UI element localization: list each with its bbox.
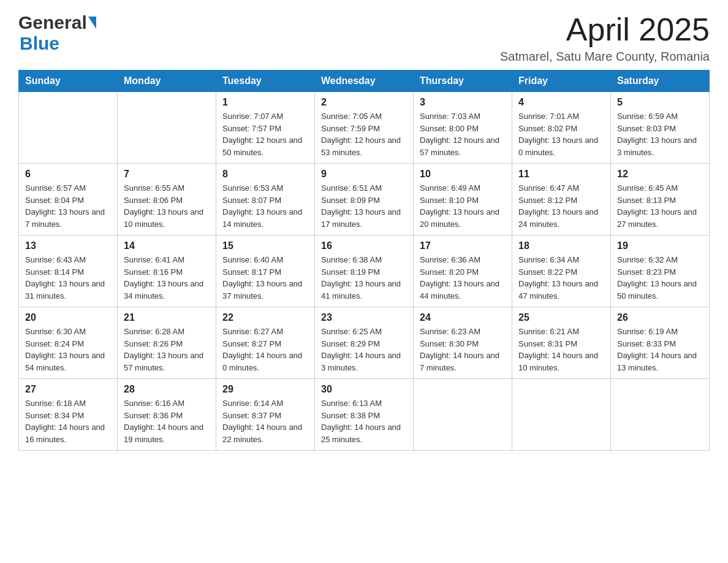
page-header: General Blue April 2025 Satmarel, Satu M…	[18, 12, 710, 64]
day-number-23: 23	[321, 312, 407, 323]
header-monday: Monday	[118, 71, 216, 92]
day-info-8: Sunrise: 6:53 AMSunset: 8:07 PMDaylight:…	[222, 182, 308, 230]
day-number-11: 11	[518, 169, 604, 180]
day-number-22: 22	[222, 312, 308, 323]
day-info-16: Sunrise: 6:38 AMSunset: 8:19 PMDaylight:…	[321, 254, 407, 302]
day-cell-22: 22Sunrise: 6:27 AMSunset: 8:27 PMDayligh…	[216, 307, 315, 379]
day-cell-26: 26Sunrise: 6:19 AMSunset: 8:33 PMDayligh…	[611, 307, 710, 379]
day-number-18: 18	[518, 240, 604, 251]
day-cell-23: 23Sunrise: 6:25 AMSunset: 8:29 PMDayligh…	[315, 307, 414, 379]
day-number-5: 5	[617, 97, 703, 108]
day-info-28: Sunrise: 6:16 AMSunset: 8:36 PMDaylight:…	[124, 397, 210, 445]
day-info-18: Sunrise: 6:34 AMSunset: 8:22 PMDaylight:…	[518, 254, 604, 302]
day-number-19: 19	[617, 240, 703, 251]
header-wednesday: Wednesday	[315, 71, 414, 92]
day-cell-16: 16Sunrise: 6:38 AMSunset: 8:19 PMDayligh…	[315, 236, 414, 307]
day-info-30: Sunrise: 6:13 AMSunset: 8:38 PMDaylight:…	[321, 397, 407, 445]
day-info-19: Sunrise: 6:32 AMSunset: 8:23 PMDaylight:…	[617, 254, 703, 302]
day-info-6: Sunrise: 6:57 AMSunset: 8:04 PMDaylight:…	[25, 182, 111, 230]
day-cell-29: 29Sunrise: 6:14 AMSunset: 8:37 PMDayligh…	[216, 379, 315, 451]
day-cell-3: 3Sunrise: 7:03 AMSunset: 8:00 PMDaylight…	[414, 92, 512, 164]
day-number-24: 24	[420, 312, 506, 323]
day-number-16: 16	[321, 240, 407, 251]
day-cell-7: 7Sunrise: 6:55 AMSunset: 8:06 PMDaylight…	[118, 164, 216, 236]
day-number-15: 15	[222, 240, 308, 251]
day-number-9: 9	[321, 169, 407, 180]
day-number-27: 27	[25, 384, 111, 395]
header-tuesday: Tuesday	[216, 71, 315, 92]
day-cell-2: 2Sunrise: 7:05 AMSunset: 7:59 PMDaylight…	[315, 92, 414, 164]
day-number-1: 1	[222, 97, 308, 108]
day-info-1: Sunrise: 7:07 AMSunset: 7:57 PMDaylight:…	[222, 110, 308, 158]
subtitle: Satmarel, Satu Mare County, Romania	[500, 50, 710, 64]
day-info-13: Sunrise: 6:43 AMSunset: 8:14 PMDaylight:…	[25, 254, 111, 302]
day-cell-28: 28Sunrise: 6:16 AMSunset: 8:36 PMDayligh…	[118, 379, 216, 451]
week-row-3: 13Sunrise: 6:43 AMSunset: 8:14 PMDayligh…	[19, 236, 710, 307]
calendar-table: SundayMondayTuesdayWednesdayThursdayFrid…	[18, 70, 710, 451]
day-number-14: 14	[124, 240, 210, 251]
header-thursday: Thursday	[414, 71, 512, 92]
day-info-27: Sunrise: 6:18 AMSunset: 8:34 PMDaylight:…	[25, 397, 111, 445]
day-number-21: 21	[124, 312, 210, 323]
day-cell-10: 10Sunrise: 6:49 AMSunset: 8:10 PMDayligh…	[414, 164, 512, 236]
header-sunday: Sunday	[19, 71, 118, 92]
day-number-29: 29	[222, 384, 308, 395]
logo: General Blue	[18, 12, 97, 54]
day-number-10: 10	[420, 169, 506, 180]
day-number-26: 26	[617, 312, 703, 323]
day-info-23: Sunrise: 6:25 AMSunset: 8:29 PMDaylight:…	[321, 326, 407, 373]
day-number-8: 8	[222, 169, 308, 180]
day-info-17: Sunrise: 6:36 AMSunset: 8:20 PMDaylight:…	[420, 254, 506, 302]
day-cell-11: 11Sunrise: 6:47 AMSunset: 8:12 PMDayligh…	[512, 164, 611, 236]
day-info-25: Sunrise: 6:21 AMSunset: 8:31 PMDaylight:…	[518, 326, 604, 373]
day-number-3: 3	[420, 97, 506, 108]
day-number-4: 4	[518, 97, 604, 108]
day-info-9: Sunrise: 6:51 AMSunset: 8:09 PMDaylight:…	[321, 182, 407, 230]
day-cell-12: 12Sunrise: 6:45 AMSunset: 8:13 PMDayligh…	[611, 164, 710, 236]
day-cell-8: 8Sunrise: 6:53 AMSunset: 8:07 PMDaylight…	[216, 164, 315, 236]
header-saturday: Saturday	[611, 71, 710, 92]
day-info-29: Sunrise: 6:14 AMSunset: 8:37 PMDaylight:…	[222, 397, 308, 445]
empty-cell	[414, 379, 512, 451]
week-row-1: 1Sunrise: 7:07 AMSunset: 7:57 PMDaylight…	[19, 92, 710, 164]
day-number-7: 7	[124, 169, 210, 180]
empty-cell	[512, 379, 611, 451]
day-number-30: 30	[321, 384, 407, 395]
day-cell-5: 5Sunrise: 6:59 AMSunset: 8:03 PMDaylight…	[611, 92, 710, 164]
day-cell-30: 30Sunrise: 6:13 AMSunset: 8:38 PMDayligh…	[315, 379, 414, 451]
day-info-2: Sunrise: 7:05 AMSunset: 7:59 PMDaylight:…	[321, 110, 407, 158]
day-number-25: 25	[518, 312, 604, 323]
day-cell-18: 18Sunrise: 6:34 AMSunset: 8:22 PMDayligh…	[512, 236, 611, 307]
day-info-22: Sunrise: 6:27 AMSunset: 8:27 PMDaylight:…	[222, 326, 308, 373]
empty-cell	[611, 379, 710, 451]
day-cell-1: 1Sunrise: 7:07 AMSunset: 7:57 PMDaylight…	[216, 92, 315, 164]
day-info-15: Sunrise: 6:40 AMSunset: 8:17 PMDaylight:…	[222, 254, 308, 302]
header-friday: Friday	[512, 71, 611, 92]
empty-cell	[19, 92, 118, 164]
day-number-12: 12	[617, 169, 703, 180]
day-info-3: Sunrise: 7:03 AMSunset: 8:00 PMDaylight:…	[420, 110, 506, 158]
day-number-20: 20	[25, 312, 111, 323]
day-info-24: Sunrise: 6:23 AMSunset: 8:30 PMDaylight:…	[420, 326, 506, 373]
day-cell-15: 15Sunrise: 6:40 AMSunset: 8:17 PMDayligh…	[216, 236, 315, 307]
week-row-4: 20Sunrise: 6:30 AMSunset: 8:24 PMDayligh…	[19, 307, 710, 379]
day-cell-4: 4Sunrise: 7:01 AMSunset: 8:02 PMDaylight…	[512, 92, 611, 164]
day-info-14: Sunrise: 6:41 AMSunset: 8:16 PMDaylight:…	[124, 254, 210, 302]
day-info-4: Sunrise: 7:01 AMSunset: 8:02 PMDaylight:…	[518, 110, 604, 158]
day-info-20: Sunrise: 6:30 AMSunset: 8:24 PMDaylight:…	[25, 326, 111, 373]
day-info-5: Sunrise: 6:59 AMSunset: 8:03 PMDaylight:…	[617, 110, 703, 158]
day-info-12: Sunrise: 6:45 AMSunset: 8:13 PMDaylight:…	[617, 182, 703, 230]
main-title: April 2025	[500, 12, 710, 47]
day-cell-14: 14Sunrise: 6:41 AMSunset: 8:16 PMDayligh…	[118, 236, 216, 307]
week-row-2: 6Sunrise: 6:57 AMSunset: 8:04 PMDaylight…	[19, 164, 710, 236]
logo-general: General	[18, 12, 87, 33]
week-row-5: 27Sunrise: 6:18 AMSunset: 8:34 PMDayligh…	[19, 379, 710, 451]
day-info-26: Sunrise: 6:19 AMSunset: 8:33 PMDaylight:…	[617, 326, 703, 373]
day-cell-9: 9Sunrise: 6:51 AMSunset: 8:09 PMDaylight…	[315, 164, 414, 236]
day-info-7: Sunrise: 6:55 AMSunset: 8:06 PMDaylight:…	[124, 182, 210, 230]
day-info-21: Sunrise: 6:28 AMSunset: 8:26 PMDaylight:…	[124, 326, 210, 373]
day-number-13: 13	[25, 240, 111, 251]
day-number-6: 6	[25, 169, 111, 180]
title-area: April 2025 Satmarel, Satu Mare County, R…	[500, 12, 710, 64]
day-cell-19: 19Sunrise: 6:32 AMSunset: 8:23 PMDayligh…	[611, 236, 710, 307]
